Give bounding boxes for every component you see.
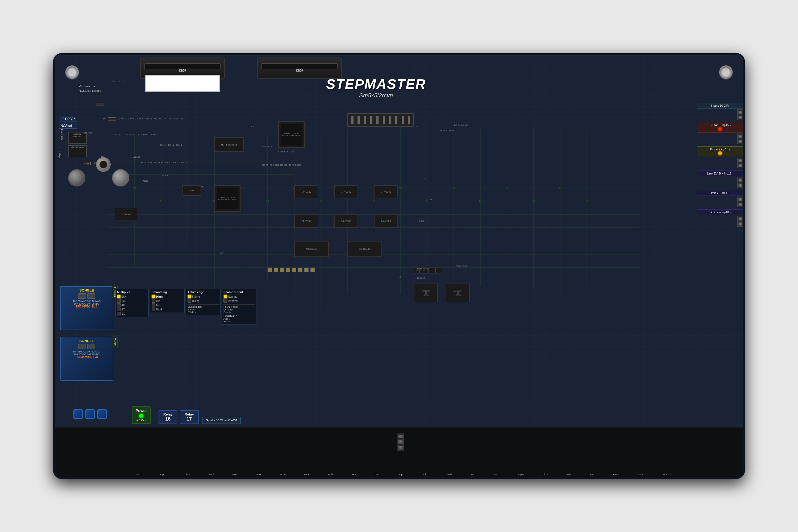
axis-b-label: Axis B bbox=[224, 318, 255, 320]
rising-label: Rising bbox=[192, 300, 200, 302]
term-dirz-label: Dir Z bbox=[423, 473, 429, 476]
freq-2: 280 kHz bbox=[188, 311, 219, 314]
spindle-terminal: Spindle 0-10V out VI ACM bbox=[203, 417, 241, 424]
estop-group: E-Stop + inp15 - bbox=[697, 122, 743, 144]
74hc244d-1-label: 74HC244D bbox=[306, 248, 318, 250]
non-inv-label: Non-inv bbox=[228, 295, 237, 298]
term-stpx-label: Stp X bbox=[160, 473, 166, 476]
svg-point-41 bbox=[506, 187, 508, 189]
relay-spec-4: 10A 30VDC 10A 28VDC bbox=[62, 353, 111, 356]
res-33-row2: 33 33 33 bbox=[417, 277, 425, 279]
multiplier-panel: Multiplier 16X 8X 4X 2X 1X bbox=[115, 289, 149, 317]
limit-y-label: Limit Y + inp11 - bbox=[697, 190, 743, 196]
large-cap-1: 2250G853 bbox=[68, 169, 86, 187]
limit-x-label: Limit X + inp10 - bbox=[697, 209, 743, 215]
term-stpy-label: Stp Y bbox=[280, 473, 285, 476]
relay-spec-3: 10A 250VAC 10A 125VAC bbox=[62, 350, 111, 353]
power-voltage: + 12V - bbox=[136, 419, 147, 422]
term-stpa-label: Stp A bbox=[518, 473, 524, 476]
term-stpb-label: Stp B bbox=[637, 473, 643, 476]
relay16-number: 16 bbox=[163, 416, 173, 422]
inputs-group: Inputs 10-24V bbox=[697, 103, 743, 120]
lpt-label: LPT DB25 bbox=[61, 117, 75, 121]
enable-output-title: Enable output bbox=[224, 290, 255, 294]
resistor-row-1: 2k4 1k 4k7 1k 4k7 1k 4k7 4k74k7 4k7 4k7 … bbox=[103, 117, 183, 120]
mult-8x-row: 8X bbox=[117, 299, 147, 303]
probe-led bbox=[718, 151, 722, 155]
limit-x-screws bbox=[697, 216, 743, 227]
lm2596s-label: LM2596S bbox=[69, 135, 86, 137]
ncstudio-label: NCStudio bbox=[61, 124, 74, 128]
cap-01uf-right2: 0.1uf bbox=[427, 198, 432, 201]
cap-01uf-r2: 0.1uf x5 1k5x47 bbox=[440, 129, 455, 132]
resistor-row-470: 470470 470 470 470 470 470 470 bbox=[113, 133, 159, 136]
svg-point-34 bbox=[320, 200, 322, 202]
relay17-text: Relay bbox=[185, 412, 194, 416]
mount-hole-tl bbox=[65, 65, 79, 79]
smoothing-min-row: Min bbox=[152, 303, 183, 307]
probe-label: Probe + inp13 - bbox=[697, 146, 743, 157]
74hc132-3: 74HC132 bbox=[374, 185, 398, 198]
relay-spec-1: 10A 250VAC 10A 125VAC bbox=[62, 300, 111, 302]
smoothing-min-label: Min bbox=[156, 304, 160, 307]
relay17-terminal: Relay 17 bbox=[180, 410, 199, 424]
res-0-1-ld: 0.1 bbox=[398, 276, 401, 278]
power-led bbox=[139, 414, 144, 418]
term-enbl3-label: Enbl bbox=[448, 473, 452, 476]
cap-01uf-3: 0.1uf 0.1uf 0.1uf bbox=[278, 151, 294, 153]
inverted-row: Inverted bbox=[224, 299, 255, 303]
enable-output-panel: Enable output Non-inv Inverted Pin#1 mod… bbox=[222, 289, 256, 324]
term-screw bbox=[398, 435, 403, 438]
74hc132-2: 74HC132 bbox=[334, 185, 358, 198]
resistor-row-1k5: 1k 2k4 0.1uf 1k5 1k5 0.1uf 1k51k5 1k51k5… bbox=[137, 161, 187, 164]
74lvc08-2: 74LVC08 bbox=[334, 214, 358, 228]
chip-15141-row: 151411551415514 bbox=[160, 144, 182, 146]
uln2003-chip: ULN2003 bbox=[115, 208, 137, 221]
cap-01uf-1: 0.1uf bbox=[249, 125, 254, 128]
rising-row: Rising bbox=[188, 299, 219, 303]
res-33-row: 33 33 33 33 bbox=[417, 268, 428, 270]
svg-point-36 bbox=[373, 200, 375, 202]
pcb817-right: PCB17Cx10 bbox=[456, 265, 467, 267]
term-gnd5-label: GND bbox=[613, 473, 619, 476]
relays-label: Relays bbox=[224, 320, 255, 323]
lm2596-2-area: LM2596S-ADO bbox=[68, 145, 87, 157]
cap-01uf-right: 0.1uf bbox=[414, 125, 419, 128]
svg-point-32 bbox=[267, 200, 269, 202]
enable-label: Enable bbox=[224, 311, 255, 314]
ncs-enable-label: NCStudio Enable bbox=[79, 89, 101, 93]
ss14-diode: SS14 bbox=[83, 162, 91, 165]
cap-01uf-2: 0.1uf 0.1uf bbox=[262, 145, 272, 148]
74lvc08-3: 74LVC08 bbox=[374, 214, 398, 228]
relay-brand-1: SONGLE bbox=[62, 288, 111, 292]
inputs-screws bbox=[697, 109, 743, 120]
uln2003-label: ULN2003 bbox=[121, 213, 131, 216]
power-text: Power bbox=[136, 408, 147, 413]
term-gnd2-label: GND bbox=[255, 473, 261, 476]
relay-model-2: SRD-05VDC-SL-C bbox=[62, 356, 111, 359]
smoothing-mid-label: Mid bbox=[156, 300, 160, 302]
terminal-screws-row bbox=[55, 433, 743, 451]
pcb-board: DB25 DB25 STEPMASTER Sm5x5i2rcvn VFD inv… bbox=[53, 53, 745, 479]
inputs-label: Inputs 10-24V bbox=[697, 103, 743, 109]
right-side-panel: Inputs 10-24V E-Stop + inp15 - bbox=[697, 103, 743, 229]
power-indicator: Power + 12V - bbox=[132, 406, 151, 424]
74hc244d-1: 74HC244D bbox=[294, 241, 329, 257]
db25-left-label: DB25 bbox=[179, 69, 186, 72]
smoothing-hard-row: Hard bbox=[152, 307, 183, 311]
res-top-right: 1k5 5k 1k5 1k5 bbox=[454, 124, 468, 126]
term-5v1-label: +5V bbox=[232, 473, 237, 476]
chpump-label: ChPump bbox=[224, 308, 255, 311]
term-5v4-label: +5V bbox=[590, 473, 594, 476]
hcpl-label: HCPL2630Sx3 bbox=[221, 144, 237, 146]
terminal-row-bottom: GND Stp X Dir X Enbl +5V GND Stp Y Dir Y… bbox=[55, 427, 743, 477]
inverted-label: Inverted bbox=[228, 300, 238, 302]
res-2k2-label: 2k2 bbox=[201, 185, 205, 188]
74lvc08-1-label: 74LVC08 bbox=[301, 220, 311, 222]
relay17-number: 17 bbox=[185, 416, 194, 422]
cap-01uf-right-section: 0.1uf bbox=[419, 220, 424, 222]
smoothing-high-label: High bbox=[156, 295, 163, 298]
mult-2x-row: 2X bbox=[117, 307, 147, 311]
arm-chip-2: ARMy STM32F103 RC1# P3 CHN GH 227 bbox=[214, 185, 241, 212]
relay-spec-2: 10A 30VDC 10A 28VDC bbox=[62, 302, 111, 305]
